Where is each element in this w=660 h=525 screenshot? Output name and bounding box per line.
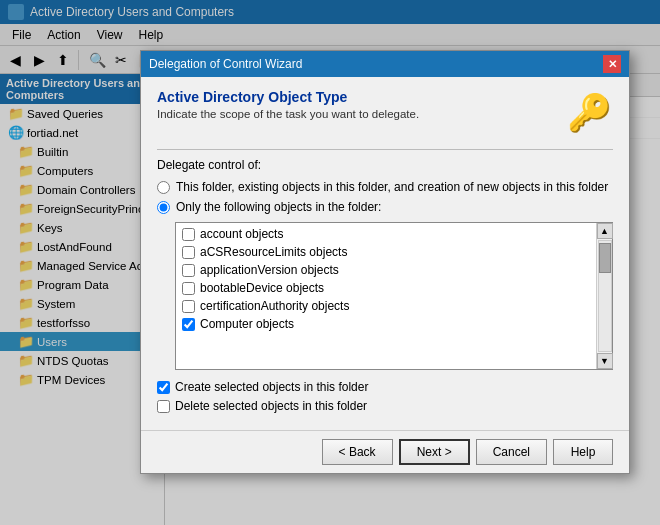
dialog-title: Delegation of Control Wizard (149, 57, 302, 71)
back-button[interactable]: < Back (322, 439, 393, 465)
checkbox-item[interactable]: Computer objects (178, 315, 594, 333)
radio-only-following[interactable] (157, 201, 170, 214)
dialog-heading: Active Directory Object Type (157, 89, 419, 105)
dialog-footer: < Back Next > Cancel Help (141, 430, 629, 473)
delegation-dialog: Delegation of Control Wizard ✕ Active Di… (140, 50, 630, 474)
dialog-header-text: Active Directory Object Type Indicate th… (157, 89, 419, 120)
dialog-body: Active Directory Object Type Indicate th… (141, 77, 629, 430)
checkbox-appversion-objects[interactable] (182, 264, 195, 277)
checkbox-account-objects[interactable] (182, 228, 195, 241)
checkbox-item[interactable]: bootableDevice objects (178, 279, 594, 297)
account-objects-label: account objects (200, 227, 283, 241)
checkbox-item[interactable]: certificationAuthority objects (178, 297, 594, 315)
checkbox-delete-objects[interactable] (157, 400, 170, 413)
cert-authority-label: certificationAuthority objects (200, 299, 349, 313)
checkbox-acs-objects[interactable] (182, 246, 195, 259)
delete-objects-label: Delete selected objects in this folder (175, 399, 367, 413)
radio-all-label: This folder, existing objects in this fo… (176, 180, 608, 194)
dialog-divider (157, 149, 613, 150)
dialog-subtitle: Indicate the scope of the task you want … (157, 108, 419, 120)
checkbox-cert-authority[interactable] (182, 300, 195, 313)
objects-scrollbar: ▲ ▼ (596, 223, 612, 369)
checkbox-create-objects[interactable] (157, 381, 170, 394)
next-button[interactable]: Next > (399, 439, 470, 465)
radio-following-label: Only the following objects in the folder… (176, 200, 381, 214)
computer-objects-label: Computer objects (200, 317, 294, 331)
modal-overlay: Delegation of Control Wizard ✕ Active Di… (0, 0, 660, 525)
dialog-wizard-icon: 🔑 (565, 89, 613, 137)
bottom-checkboxes: Create selected objects in this folder D… (157, 380, 613, 413)
dialog-header-section: Active Directory Object Type Indicate th… (157, 89, 613, 137)
delegate-label: Delegate control of: (157, 158, 613, 172)
help-button[interactable]: Help (553, 439, 613, 465)
scroll-thumb[interactable] (599, 243, 611, 273)
radio-option-all: This folder, existing objects in this fo… (157, 180, 613, 194)
scroll-up-arrow[interactable]: ▲ (597, 223, 613, 239)
checkbox-item[interactable]: aCSResourceLimits objects (178, 243, 594, 261)
cancel-button[interactable]: Cancel (476, 439, 547, 465)
create-checkbox-row: Create selected objects in this folder (157, 380, 613, 394)
acs-objects-label: aCSResourceLimits objects (200, 245, 347, 259)
appversion-label: applicationVersion objects (200, 263, 339, 277)
checkbox-item[interactable]: applicationVersion objects (178, 261, 594, 279)
scroll-track (598, 240, 612, 352)
bootable-label: bootableDevice objects (200, 281, 324, 295)
checkbox-item[interactable]: account objects (178, 225, 594, 243)
objects-list: account objects aCSResourceLimits object… (176, 223, 596, 369)
radio-option-following: Only the following objects in the folder… (157, 200, 613, 214)
radio-all-objects[interactable] (157, 181, 170, 194)
dialog-title-bar: Delegation of Control Wizard ✕ (141, 51, 629, 77)
radio-group: This folder, existing objects in this fo… (157, 180, 613, 214)
delete-checkbox-row: Delete selected objects in this folder (157, 399, 613, 413)
checkbox-bootable-objects[interactable] (182, 282, 195, 295)
create-objects-label: Create selected objects in this folder (175, 380, 368, 394)
scroll-down-arrow[interactable]: ▼ (597, 353, 613, 369)
dialog-close-button[interactable]: ✕ (603, 55, 621, 73)
objects-list-container: account objects aCSResourceLimits object… (175, 222, 613, 370)
checkbox-computer-objects[interactable] (182, 318, 195, 331)
